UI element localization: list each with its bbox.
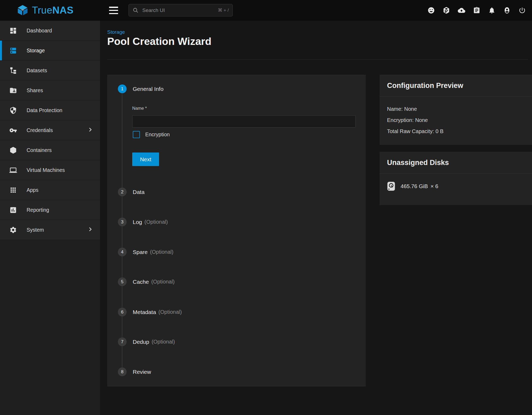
key-icon [9, 126, 17, 134]
step-number-badge: 3 [118, 218, 127, 226]
user-account-icon[interactable] [503, 6, 511, 14]
preview-row-capacity: Total Raw Capacity: 0 B [387, 128, 443, 134]
sidebar-item-reporting[interactable]: Reporting [0, 200, 100, 220]
step-metadata[interactable]: 6 Metadata (Optional) [118, 308, 182, 316]
menu-hamburger-icon[interactable] [109, 7, 118, 14]
next-button[interactable]: Next [132, 153, 159, 166]
jobs-clipboard-icon[interactable] [473, 6, 481, 14]
sidebar-item-dashboard[interactable]: Dashboard [0, 21, 100, 41]
topbar-icon-group [427, 0, 526, 21]
unassigned-disk-row: 465.76 GiB × 6 [387, 181, 438, 191]
bar-chart-icon [9, 206, 17, 214]
step-log[interactable]: 3 Log (Optional) [118, 218, 168, 226]
hard-disk-icon [387, 181, 395, 191]
breadcrumb[interactable]: Storage [107, 29, 125, 35]
sidebar-item-credentials[interactable]: Credentials [0, 120, 100, 140]
step-general-info[interactable]: 1 General Info [118, 84, 164, 93]
ix-cloud-icon[interactable] [458, 6, 466, 14]
name-field-label: Name * [132, 106, 147, 111]
step-number-badge: 1 [118, 84, 127, 93]
pool-name-input[interactable] [132, 115, 356, 128]
disk-count-text: × 6 [431, 183, 438, 189]
unassigned-disks-card: Unassigned Disks 465.76 GiB × 6 [380, 152, 532, 205]
global-search[interactable]: ⌘ + / [128, 4, 233, 16]
sidebar-item-shares[interactable]: Shares [0, 81, 100, 100]
step-number-badge: 2 [118, 188, 127, 196]
pool-wizard-stepper: 1 General Info Name * Encryption Next 2 … [107, 75, 366, 387]
title-divider [107, 59, 528, 60]
search-icon [132, 7, 139, 13]
sidebar-item-apps[interactable]: Apps [0, 180, 100, 200]
configuration-preview-header: Configuration Preview [380, 75, 532, 97]
sidebar-item-data-protection[interactable]: Data Protection [0, 100, 100, 120]
preview-row-name: Name: None [387, 106, 417, 112]
alerts-bell-icon[interactable] [488, 6, 496, 14]
sidebar-nav: Dashboard Storage Datasets Shares Data P [0, 21, 100, 415]
search-shortcut-hint: ⌘ + / [218, 7, 229, 13]
truenas-cube-icon [16, 4, 29, 16]
step-number-badge: 5 [118, 277, 127, 286]
step-data[interactable]: 2 Data [118, 188, 144, 196]
container-box-icon [9, 146, 17, 154]
truecommand-icon[interactable] [442, 6, 450, 14]
feedback-smiley-icon[interactable] [427, 6, 435, 14]
step-number-badge: 8 [118, 367, 127, 376]
sidebar-item-virtual-machines[interactable]: Virtual Machines [0, 160, 100, 180]
truenas-app: TrueNAS ⌘ + / [0, 0, 532, 415]
disk-size-text: 465.76 GiB [401, 183, 428, 189]
apps-grid-icon [9, 186, 17, 194]
top-bar: TrueNAS ⌘ + / [0, 0, 532, 21]
sidebar-item-datasets[interactable]: Datasets [0, 61, 100, 81]
search-input[interactable] [142, 7, 218, 14]
encryption-checkbox[interactable] [133, 131, 140, 138]
encryption-label: Encryption [145, 132, 170, 138]
chevron-right-icon [87, 226, 93, 233]
shared-folder-icon [9, 86, 17, 94]
step-number-badge: 4 [118, 248, 127, 256]
preview-row-encryption: Encryption: None [387, 117, 428, 123]
sidebar-item-system[interactable]: System [0, 220, 100, 240]
truenas-logo[interactable]: TrueNAS [16, 0, 73, 21]
page-title: Pool Creation Wizard [107, 36, 211, 47]
truenas-logo-text: TrueNAS [32, 5, 73, 16]
configuration-preview-card: Configuration Preview Name: None Encrypt… [380, 75, 532, 145]
step-cache[interactable]: 5 Cache (Optional) [118, 277, 175, 286]
laptop-icon [9, 166, 17, 174]
configuration-preview-title: Configuration Preview [387, 82, 463, 90]
stepper-connector-line [122, 94, 122, 368]
step-spare[interactable]: 4 Spare (Optional) [118, 248, 173, 256]
step-review[interactable]: 8 Review [118, 367, 151, 376]
storage-icon [9, 46, 17, 54]
unassigned-disks-header: Unassigned Disks [380, 152, 532, 174]
step-number-badge: 6 [118, 308, 127, 316]
unassigned-disks-title: Unassigned Disks [387, 159, 449, 167]
datasets-tree-icon [9, 66, 17, 74]
step-dedup[interactable]: 7 Dedup (Optional) [118, 337, 175, 346]
power-icon[interactable] [518, 6, 526, 14]
encryption-checkbox-row[interactable]: Encryption [133, 131, 170, 138]
dashboard-icon [9, 27, 17, 35]
step-number-badge: 7 [118, 337, 127, 346]
sidebar-item-storage[interactable]: Storage [0, 41, 100, 61]
gear-icon [9, 226, 17, 234]
sidebar-item-containers[interactable]: Containers [0, 140, 100, 160]
chevron-right-icon [87, 127, 93, 134]
main-content: Storage Pool Creation Wizard 1 General I… [100, 21, 532, 415]
shield-icon [9, 106, 17, 114]
